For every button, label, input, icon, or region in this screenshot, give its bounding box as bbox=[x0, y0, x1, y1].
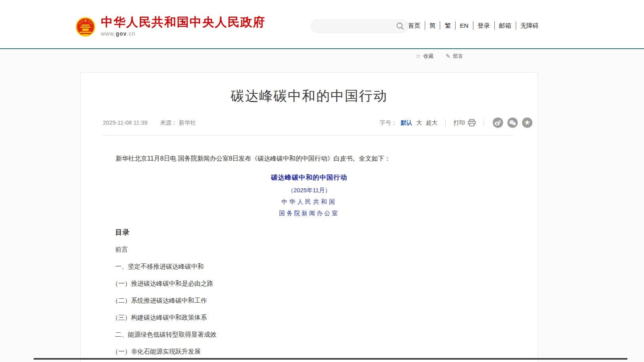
printer-icon bbox=[468, 119, 476, 127]
toc-item: 一、坚定不移推进碳达峰碳中和 bbox=[115, 263, 217, 271]
weibo-share-icon[interactable] bbox=[493, 118, 503, 128]
pencil-icon: ✎ bbox=[445, 53, 450, 60]
site-title-block: 中华人民共和国中央人民政府 www.gov.cn bbox=[101, 16, 266, 37]
page-actions: ☆收藏 ✎留言 bbox=[416, 53, 463, 60]
star-icon: ☆ bbox=[416, 53, 421, 60]
article-lead-paragraph: 新华社北京11月8日电 国务院新闻办公室8日发布《碳达峰碳中和的中国行动》白皮书… bbox=[103, 154, 515, 164]
publish-time: 2025-11-08 11:39 bbox=[103, 119, 147, 126]
qzone-star-share-icon[interactable] bbox=[522, 118, 532, 128]
share-icons bbox=[493, 118, 532, 128]
wechat-share-icon[interactable] bbox=[507, 118, 518, 128]
top-nav: 首页 简 繁 EN 登录 邮箱 无障碍 bbox=[404, 21, 543, 30]
article-card: 碳达峰碳中和的中国行动 2025-11-08 11:39 来源： 新华社 字号：… bbox=[80, 72, 538, 362]
nav-login[interactable]: 登录 bbox=[473, 21, 494, 30]
font-size-label: 字号： bbox=[380, 119, 397, 127]
site-title: 中华人民共和国中央人民政府 bbox=[101, 16, 266, 28]
toc-item: （一）推进碳达峰碳中和是必由之路 bbox=[112, 280, 217, 288]
national-emblem-logo bbox=[75, 16, 96, 38]
toc-list: 前言 一、坚定不移推进碳达峰碳中和 （一）推进碳达峰碳中和是必由之路 （二）系统… bbox=[115, 246, 217, 362]
toc-item: （三）构建碳达峰碳中和政策体系 bbox=[112, 314, 217, 322]
meta-separator bbox=[484, 119, 484, 126]
bottom-fold-line bbox=[34, 358, 627, 360]
search-box[interactable] bbox=[311, 19, 409, 33]
search-input[interactable] bbox=[317, 23, 396, 29]
document-org-line2: 国务院新闻办公室 bbox=[81, 210, 538, 217]
document-org-line1: 中华人民共和国 bbox=[81, 198, 538, 206]
nav-simplified[interactable]: 简 bbox=[425, 21, 440, 30]
favorite-button[interactable]: ☆收藏 bbox=[416, 53, 433, 60]
source-link[interactable]: 新华社 bbox=[179, 119, 196, 127]
source-label: 来源： bbox=[160, 119, 177, 127]
search-icon[interactable] bbox=[396, 22, 405, 30]
meta-separator bbox=[445, 119, 446, 126]
document-date: （2025年11月） bbox=[81, 187, 538, 194]
toc-item: 二、能源绿色低碳转型取得显著成效 bbox=[115, 331, 217, 339]
toc-item: 前言 bbox=[115, 246, 217, 254]
print-button[interactable]: 打印 bbox=[454, 119, 476, 127]
toc-item: （二）系统推进碳达峰碳中和工作 bbox=[112, 297, 217, 305]
nav-traditional[interactable]: 繁 bbox=[440, 21, 455, 30]
site-url: www.gov.cn bbox=[101, 30, 266, 37]
gov-cn-article-page: 中华人民共和国中央人民政府 www.gov.cn 首页 简 繁 EN 登录 邮箱… bbox=[0, 0, 644, 362]
font-size-xlarge[interactable]: 超大 bbox=[426, 119, 437, 127]
font-size-default[interactable]: 默认 bbox=[401, 119, 412, 127]
article-title: 碳达峰碳中和的中国行动 bbox=[81, 87, 538, 105]
site-brand[interactable]: 中华人民共和国中央人民政府 www.gov.cn bbox=[75, 16, 266, 38]
site-header: 中华人民共和国中央人民政府 www.gov.cn 首页 简 繁 EN 登录 邮箱… bbox=[0, 0, 644, 48]
toc-item: （一）非化石能源实现跃升发展 bbox=[112, 348, 217, 356]
nav-english[interactable]: EN bbox=[455, 21, 473, 30]
font-size-large[interactable]: 大 bbox=[416, 119, 422, 127]
nav-home[interactable]: 首页 bbox=[404, 21, 425, 30]
meta-divider bbox=[103, 135, 513, 136]
nav-accessibility[interactable]: 无障碍 bbox=[516, 21, 543, 30]
toc-title: 目录 bbox=[115, 227, 130, 237]
nav-mail[interactable]: 邮箱 bbox=[494, 21, 516, 30]
article-meta-bar: 2025-11-08 11:39 来源： 新华社 字号： 默认 大 超大 打印 bbox=[103, 117, 532, 128]
document-title: 碳达峰碳中和的中国行动 bbox=[81, 173, 538, 182]
comment-button[interactable]: ✎留言 bbox=[445, 53, 463, 60]
